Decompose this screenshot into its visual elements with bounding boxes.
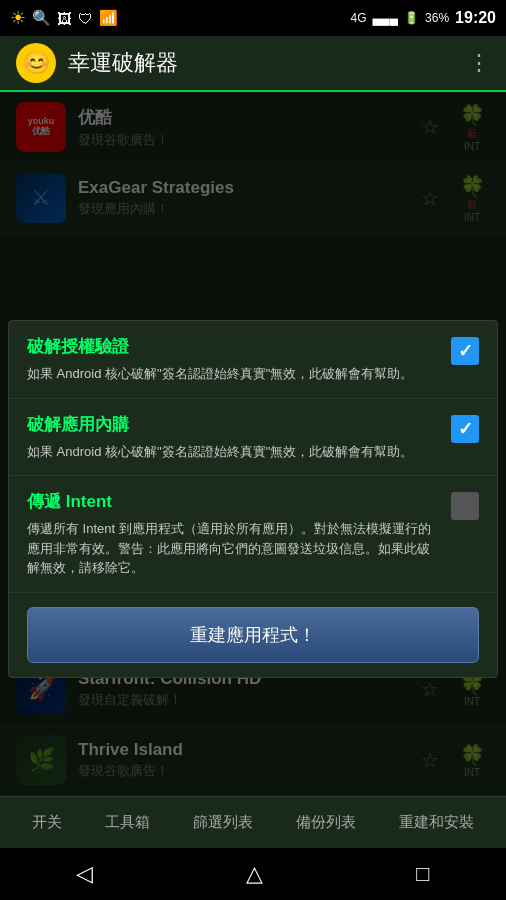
back-button[interactable]: ◁ [76,861,93,887]
rebuild-button-label: 重建應用程式！ [190,623,316,647]
app-logo: 😊 [16,43,56,83]
checkmark-license: ✓ [458,340,473,362]
modal-desc-inapp: 如果 Android 核心破解"簽名認證始終真實"無效，此破解會有幫助。 [27,442,439,462]
clock: 19:20 [455,9,496,27]
page-content: youku优酷 优酷 發現谷歌廣告！ ☆ 🍀 新 INT ⚔ [0,92,506,796]
nav-rebuild-install[interactable]: 重建和安裝 [391,809,482,836]
app-title: 幸運破解器 [68,48,468,78]
modal-title-license: 破解授權驗證 [27,335,439,358]
nav-backup[interactable]: 備份列表 [288,809,364,836]
recent-button[interactable]: □ [416,861,429,887]
home-button[interactable]: △ [246,861,263,887]
modal-desc-license: 如果 Android 核心破解"簽名認證始終真實"無效，此破解會有幫助。 [27,364,439,384]
checkbox-intent[interactable] [451,492,479,520]
checkbox-inapp[interactable]: ✓ [451,415,479,443]
status-bar: ☀ 🔍 🖼 🛡 📶 4G ▄▄▄ 🔋 36% 19:20 [0,0,506,36]
status-right: 4G ▄▄▄ 🔋 36% 19:20 [351,9,496,27]
checkmark-inapp: ✓ [458,418,473,440]
sun-icon: ☀ [10,7,26,29]
modal-section-intent: 傳遞 Intent 傳遞所有 Intent 到應用程式（適用於所有應用）。對於無… [9,476,497,593]
nav-filter[interactable]: 篩選列表 [185,809,261,836]
smiley-icon: 😊 [23,50,50,76]
checkbox-license[interactable]: ✓ [451,337,479,365]
title-bar: 😊 幸運破解器 ⋮ [0,36,506,92]
modal-button-row: 重建應用程式！ [9,593,497,677]
image-icon: 🖼 [57,10,72,27]
modal-title-inapp: 破解應用內購 [27,413,439,436]
modal-section-license: 破解授權驗證 如果 Android 核心破解"簽名認證始終真實"無效，此破解會有… [9,321,497,399]
network-type: 4G [351,11,367,25]
battery-icon: 🔋 [404,11,419,25]
nav-toolbox[interactable]: 工具箱 [97,809,158,836]
overflow-menu-button[interactable]: ⋮ [468,50,490,76]
modal-section-inapp: 破解應用內購 如果 Android 核心破解"簽名認證始終真實"無效，此破解會有… [9,399,497,477]
modal-dialog: 破解授權驗證 如果 Android 核心破解"簽名認證始終真實"無效，此破解會有… [8,320,498,678]
nav-switch[interactable]: 开关 [24,809,70,836]
bottom-nav: 开关 工具箱 篩選列表 備份列表 重建和安裝 [0,796,506,848]
modal-desc-intent: 傳遞所有 Intent 到應用程式（適用於所有應用）。對於無法模擬運行的應用非常… [27,519,439,578]
modal-title-intent: 傳遞 Intent [27,490,439,513]
modal-section-intent-content: 傳遞 Intent 傳遞所有 Intent 到應用程式（適用於所有應用）。對於無… [27,490,439,578]
signal-bars: ▄▄▄ [373,11,399,25]
shield-icon: 🛡 [78,10,93,27]
modal-section-inapp-content: 破解應用內購 如果 Android 核心破解"簽名認證始終真實"無效，此破解會有… [27,413,439,462]
rebuild-button[interactable]: 重建應用程式！ [27,607,479,663]
system-nav: ◁ △ □ [0,848,506,900]
signal-icon: 📶 [99,9,118,27]
search-icon: 🔍 [32,9,51,27]
modal-section-license-content: 破解授權驗證 如果 Android 核心破解"簽名認證始終真實"無效，此破解會有… [27,335,439,384]
battery-level: 36% [425,11,449,25]
status-left: ☀ 🔍 🖼 🛡 📶 [10,7,118,29]
